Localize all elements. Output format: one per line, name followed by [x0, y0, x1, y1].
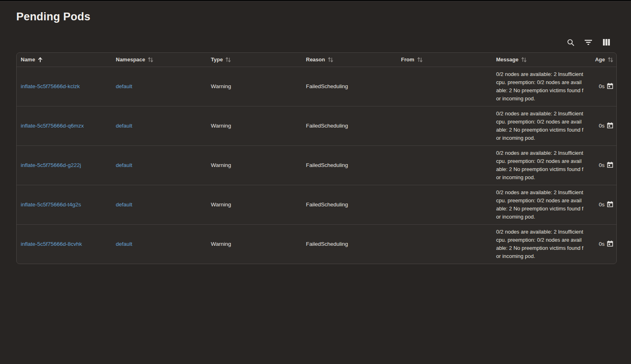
namespace-link[interactable]: default	[116, 202, 132, 208]
pod-name-link[interactable]: inflate-5c5f75666d-kclzk	[21, 83, 80, 89]
pending-pods-table: Name Namespace	[17, 53, 617, 264]
column-header-label: From	[401, 56, 414, 63]
calendar-icon	[607, 122, 613, 130]
namespace-link[interactable]: default	[116, 241, 132, 247]
table-body: inflate-5c5f75666d-kclzk default Warning…	[17, 67, 617, 264]
pod-name-link[interactable]: inflate-5c5f75666d-g222j	[21, 162, 81, 168]
type-value: Warning	[211, 162, 231, 168]
column-header-label: Name	[21, 56, 35, 63]
calendar-icon	[607, 83, 613, 90]
sort-toggle-icon	[148, 57, 153, 63]
message-value: 0/2 nodes are available: 2 Insufficient …	[496, 189, 583, 220]
reason-value: FailedScheduling	[306, 83, 348, 89]
page-title: Pending Pods	[16, 11, 631, 23]
reason-value: FailedScheduling	[306, 162, 348, 168]
pod-name-link[interactable]: inflate-5c5f75666d-8cvhk	[21, 241, 82, 247]
type-value: Warning	[211, 123, 231, 129]
age-value: 0s	[599, 202, 605, 208]
column-header-type[interactable]: Type	[207, 53, 302, 67]
column-header-reason[interactable]: Reason	[302, 53, 397, 67]
table-header-row: Name Namespace	[17, 53, 617, 67]
window-top-strip	[0, 0, 631, 2]
columns-button[interactable]	[602, 38, 611, 47]
calendar-icon	[607, 240, 613, 248]
table-row: inflate-5c5f75666d-g222j default Warning…	[17, 145, 617, 185]
calendar-icon	[607, 201, 613, 208]
message-value: 0/2 nodes are available: 2 Insufficient …	[496, 150, 583, 180]
pod-name-link[interactable]: inflate-5c5f75666d-t4g2s	[21, 202, 81, 208]
message-value: 0/2 nodes are available: 2 Insufficient …	[496, 110, 583, 141]
pending-pods-card: Name Namespace	[16, 52, 617, 264]
sort-toggle-icon	[521, 57, 527, 63]
search-button[interactable]	[566, 38, 575, 47]
column-header-namespace[interactable]: Namespace	[112, 53, 207, 67]
namespace-link[interactable]: default	[116, 83, 132, 89]
message-value: 0/2 nodes are available: 2 Insufficient …	[496, 71, 583, 102]
sort-toggle-icon	[226, 57, 231, 63]
filter-icon	[584, 39, 592, 46]
namespace-link[interactable]: default	[116, 123, 132, 129]
age-value: 0s	[599, 123, 605, 129]
namespace-link[interactable]: default	[116, 162, 132, 168]
age-value: 0s	[599, 83, 605, 89]
message-value: 0/2 nodes are available: 2 Insufficient …	[496, 229, 583, 259]
column-header-label: Namespace	[116, 56, 145, 63]
column-header-age[interactable]: Age	[586, 53, 617, 67]
search-icon	[567, 39, 575, 46]
type-value: Warning	[211, 241, 231, 247]
column-header-name[interactable]: Name	[17, 53, 112, 67]
age-value: 0s	[599, 241, 605, 247]
sort-toggle-icon	[608, 57, 613, 63]
column-header-from[interactable]: From	[397, 53, 492, 67]
reason-value: FailedScheduling	[306, 241, 348, 247]
type-value: Warning	[211, 83, 231, 89]
sort-toggle-icon	[417, 57, 423, 63]
column-header-label: Type	[211, 56, 223, 63]
sort-toggle-icon	[328, 57, 333, 63]
column-header-label: Age	[595, 56, 605, 63]
table-row: inflate-5c5f75666d-kclzk default Warning…	[17, 67, 617, 106]
column-header-message[interactable]: Message	[492, 53, 586, 67]
table-toolbar	[0, 38, 611, 47]
reason-value: FailedScheduling	[306, 202, 348, 208]
column-header-label: Message	[496, 56, 518, 63]
calendar-icon	[607, 162, 613, 169]
table-row: inflate-5c5f75666d-q6mzx default Warning…	[17, 106, 617, 145]
columns-icon	[603, 39, 610, 46]
age-value: 0s	[599, 162, 605, 168]
filter-button[interactable]	[584, 38, 593, 47]
column-header-label: Reason	[306, 56, 325, 63]
reason-value: FailedScheduling	[306, 123, 348, 129]
pod-name-link[interactable]: inflate-5c5f75666d-q6mzx	[21, 123, 84, 129]
table-row: inflate-5c5f75666d-8cvhk default Warning…	[17, 224, 617, 264]
table-row: inflate-5c5f75666d-t4g2s default Warning…	[17, 185, 617, 224]
type-value: Warning	[211, 202, 231, 208]
sort-ascending-icon	[38, 57, 43, 63]
